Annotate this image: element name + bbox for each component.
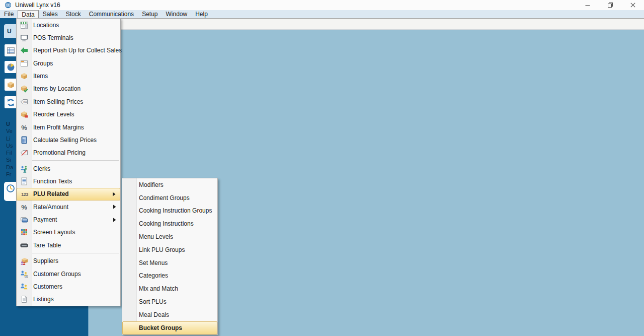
uniwell-logo-icon xyxy=(5,2,12,9)
menu-item-cooking-instructions[interactable]: Cooking Instructions xyxy=(122,217,217,230)
sidebar-tile-box[interactable] xyxy=(5,79,17,91)
window-title: Uniwell Lynx v16 xyxy=(15,2,60,9)
restore-button[interactable] xyxy=(599,0,621,10)
menu-item-items[interactable]: Items xyxy=(17,70,120,82)
menu-item-label: Screen Layouts xyxy=(33,229,75,236)
menu-item-categories[interactable]: Categories xyxy=(122,270,217,283)
menu-item-listings[interactable]: Listings xyxy=(17,293,120,306)
menubar-item-setup[interactable]: Setup xyxy=(138,10,162,18)
menu-item-customers[interactable]: Customers xyxy=(17,280,120,293)
menu-item-menu-levels[interactable]: Menu Levels xyxy=(122,230,217,243)
menubar: FileDataSalesStockCommunicationsSetupWin… xyxy=(0,10,644,19)
close-icon xyxy=(630,3,635,8)
menubar-item-stock[interactable]: Stock xyxy=(62,10,85,18)
tare-icon xyxy=(20,241,29,250)
menu-item-label: Menu Levels xyxy=(139,233,173,240)
menu-item-label: Item Profit Margins xyxy=(33,124,84,131)
menu-item-item-profit-margins[interactable]: %Item Profit Margins xyxy=(17,121,120,133)
menu-item-calculate-selling-prices[interactable]: Calculate Selling Prices xyxy=(17,133,120,146)
customers-icon xyxy=(20,282,29,291)
menu-item-label: Payment xyxy=(33,216,57,223)
clock-icon xyxy=(6,184,15,193)
sidebar-info-line: Da xyxy=(6,164,13,171)
window-controls xyxy=(576,0,644,10)
sidebar-info-line: Fr xyxy=(6,171,13,178)
menu-item-screen-layouts[interactable]: Screen Layouts xyxy=(17,226,120,239)
menu-item-label: Item Selling Prices xyxy=(33,98,83,105)
menu-item-label: Set Menus xyxy=(139,259,168,266)
plu-related-submenu: ModifiersCondiment GroupsCooking Instruc… xyxy=(122,178,218,335)
menu-item-report-push-up-for-collect-sales[interactable]: Report Push Up for Collect Sales xyxy=(17,44,120,57)
sidebar-info-line: Us xyxy=(6,142,13,149)
menu-item-label: Customer Groups xyxy=(33,271,81,278)
menubar-item-communications[interactable]: Communications xyxy=(85,10,138,18)
menubar-item-sales[interactable]: Sales xyxy=(39,10,62,18)
menu-item-reorder-levels[interactable]: Reorder Levels xyxy=(17,108,120,121)
menu-item-promotional-pricing[interactable]: Promotional Pricing xyxy=(17,147,120,159)
menubar-item-help[interactable]: Help xyxy=(191,10,212,18)
menu-item-payment[interactable]: Payment xyxy=(17,213,120,226)
menu-item-meal-deals[interactable]: Meal Deals xyxy=(122,308,217,321)
menu-item-customer-groups[interactable]: Customer Groups xyxy=(17,267,120,280)
menu-item-label: Items by Location xyxy=(33,85,80,92)
menu-item-items-by-location[interactable]: Items by Location xyxy=(17,83,120,95)
menubar-item-data[interactable]: Data xyxy=(18,10,38,19)
people-dots-icon xyxy=(20,164,29,173)
sidebar-tile-pie[interactable] xyxy=(5,61,17,73)
menu-item-label: Sort PLUs xyxy=(139,298,167,305)
menu-item-label: PLU Related xyxy=(33,190,69,197)
menu-item-modifiers[interactable]: Modifiers xyxy=(122,178,217,191)
menu-item-label: Function Texts xyxy=(33,178,72,185)
minimize-button[interactable] xyxy=(576,0,599,10)
svg-text:123: 123 xyxy=(21,192,28,197)
close-button[interactable] xyxy=(621,0,644,10)
menu-item-label: Report Push Up for Collect Sales xyxy=(33,47,122,54)
menu-item-label: Clerks xyxy=(33,165,50,172)
menu-item-label: Items xyxy=(33,73,48,80)
menu-item-label: Promotional Pricing xyxy=(33,149,86,156)
menu-item-label: Link PLU Groups xyxy=(139,246,185,253)
form-icon xyxy=(7,46,15,55)
restore-icon xyxy=(608,3,613,8)
menubar-item-window[interactable]: Window xyxy=(162,10,191,18)
menu-item-condiment-groups[interactable]: Condiment Groups xyxy=(122,191,217,205)
menu-item-pos-terminals[interactable]: POS Terminals xyxy=(17,31,120,44)
box-check-icon xyxy=(20,84,29,93)
menu-item-bucket-groups[interactable]: Bucket Groups xyxy=(122,321,217,334)
menu-item-function-texts[interactable]: Function Texts xyxy=(17,175,120,187)
menu-item-label: Customers xyxy=(33,283,62,290)
menubar-item-file[interactable]: File xyxy=(0,10,18,18)
menu-item-cooking-instruction-groups[interactable]: Cooking Instruction Groups xyxy=(122,205,217,218)
tag-strike-icon xyxy=(20,148,29,157)
sidebar-tile-form[interactable] xyxy=(5,44,17,56)
storefront-icon xyxy=(20,21,29,30)
menu-item-tare-table[interactable]: Tare Table xyxy=(17,239,120,251)
menu-item-link-plu-groups[interactable]: Link PLU Groups xyxy=(122,243,217,256)
menu-item-label: Mix and Match xyxy=(139,285,178,292)
menu-item-plu-related[interactable]: 123PLU Related xyxy=(17,188,120,200)
price-tag-icon: 999 xyxy=(20,97,29,106)
titlebar: Uniwell Lynx v16 xyxy=(0,0,644,10)
menu-item-label: Listings xyxy=(33,296,54,303)
sync-icon xyxy=(7,98,15,107)
menu-item-locations[interactable]: Locations xyxy=(17,19,120,31)
percent-icon: % xyxy=(20,123,29,132)
app-window: { "window": { "title": "Uniwell Lynx v16… xyxy=(0,0,644,336)
menu-item-item-selling-prices[interactable]: 999Item Selling Prices xyxy=(17,95,120,108)
menu-item-suppliers[interactable]: Suppliers xyxy=(17,254,120,267)
menu-item-clerks[interactable]: Clerks xyxy=(17,162,120,175)
sidebar-scheduler-tab[interactable] xyxy=(4,182,17,201)
menu-item-sort-plus[interactable]: Sort PLUs xyxy=(122,295,217,308)
pie-icon xyxy=(7,63,15,72)
menu-item-set-menus[interactable]: Set Menus xyxy=(122,256,217,270)
calculator-icon xyxy=(20,136,29,145)
submenu-arrow-icon xyxy=(113,217,117,222)
menu-item-label: Meal Deals xyxy=(139,311,169,318)
menu-item-rate-amount[interactable]: %Rate/Amount xyxy=(17,200,120,213)
sidebar-info-line: Li xyxy=(6,135,13,142)
sidebar-tile-sync[interactable] xyxy=(5,96,17,108)
menu-item-label: Locations xyxy=(33,22,59,29)
menu-item-groups[interactable]: Groups xyxy=(17,57,120,70)
menu-item-label: Suppliers xyxy=(33,257,58,264)
menu-item-mix-and-match[interactable]: Mix and Match xyxy=(122,282,217,295)
